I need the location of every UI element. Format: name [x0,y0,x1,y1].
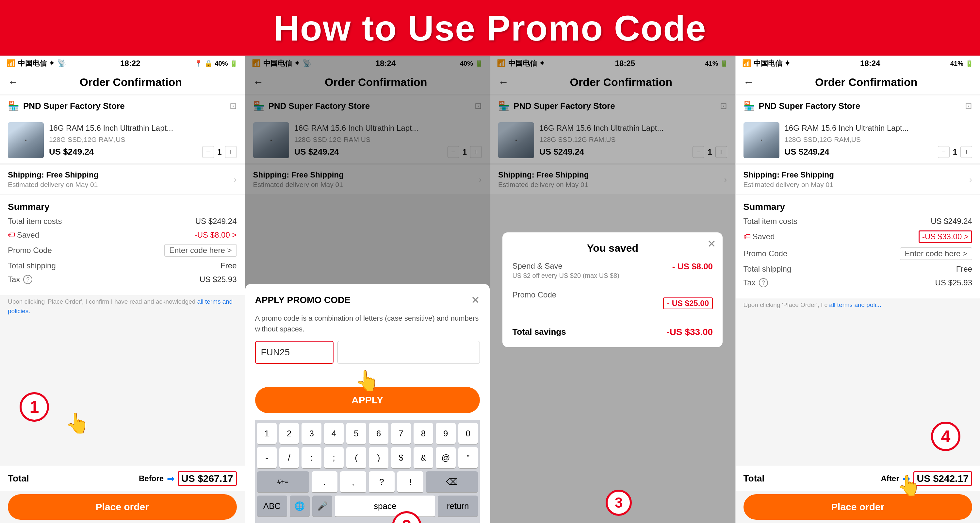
promo-code-saved-label: Promo Code [512,290,556,300]
store-edit-4[interactable]: ⊡ [965,101,972,111]
modal-title: APPLY PROMO CODE [255,295,351,305]
promo-input-empty[interactable] [337,341,480,364]
product-img-inner-4 [743,122,780,158]
place-order-btn-4[interactable]: Place order [743,494,972,520]
kb-colon[interactable]: : [302,447,321,468]
kb-rparen[interactable]: ) [369,447,388,468]
qty-decrease-4[interactable]: − [938,146,950,158]
item-costs-row-4: Total item costs US $249.24 [743,217,972,226]
saved-row-1: 🏷 Saved -US $8.00 > [8,230,237,239]
place-order-btn-1[interactable]: Place order [8,494,237,520]
tag-icon-4: 🏷 [743,233,751,241]
terms-link-4[interactable]: all terms and poli... [829,301,881,308]
kb-3[interactable]: 3 [302,423,321,444]
shipping-row-4[interactable]: Shipping: Free Shipping Estimated delive… [736,165,980,194]
kb-globe[interactable]: 🌐 [290,496,310,517]
total-savings-label: Total savings [512,327,566,337]
tax-info-icon-4[interactable]: ? [759,278,768,287]
kb-semi[interactable]: ; [324,447,344,468]
kb-8[interactable]: 8 [414,423,433,444]
saved-modal-close[interactable]: ✕ [707,238,716,250]
kb-quote[interactable]: " [458,447,478,468]
spend-save-row: Spend & Save US $2 off every US $20 (max… [512,256,713,285]
kb-exclaim[interactable]: ! [397,471,423,492]
saved-label-1: 🏷 Saved [8,230,39,239]
location-icon-1: 📍 [194,59,202,67]
panels-container: 📶 中国电信 ✦ 📡 18:22 📍 🔒 40% 🔋 ← Order Confi… [0,56,980,523]
product-image-1 [8,122,44,158]
qty-control-4: − 1 + [938,146,972,158]
promo-row-4[interactable]: Promo Code Enter code here > [743,247,972,260]
promo-row-1[interactable]: Promo Code Enter code here > [8,244,237,257]
kb-mic[interactable]: 🎤 [312,496,332,517]
kb-question[interactable]: ? [369,471,395,492]
hand-cursor-1: 👆 [65,411,90,435]
kb-space[interactable]: space [335,496,435,517]
step-badge-1: 1 [20,392,49,422]
saved-modal-overlay: You saved ✕ Spend & Save US $2 off every… [490,56,735,523]
kb-dash[interactable]: - [257,447,276,468]
kb-row-bottom: ABC 🌐 🎤 space return [257,496,478,517]
nav-bar-4: ← Order Confirmation [736,70,980,94]
kb-dollar[interactable]: $ [391,447,410,468]
back-button-1[interactable]: ← [8,76,18,88]
kb-slash[interactable]: / [279,447,299,468]
nav-title-1: Order Confirmation [25,76,237,89]
kb-at[interactable]: @ [436,447,455,468]
tax-value-4: US $25.93 [935,278,972,287]
kb-comma[interactable]: , [340,471,366,492]
store-edit-1[interactable]: ⊡ [230,101,237,111]
kb-dot[interactable]: . [312,471,338,492]
tax-info-icon-1[interactable]: ? [23,275,32,284]
kb-1[interactable]: 1 [257,423,276,444]
qty-value-1: 1 [217,147,221,156]
item-costs-value-4: US $249.24 [931,217,972,226]
kb-7[interactable]: 7 [391,423,410,444]
qty-increase-4[interactable]: + [960,146,972,158]
product-price-1: US $249.24 [49,147,94,157]
modal-close-btn[interactable]: ✕ [471,294,480,306]
kb-return[interactable]: return [438,496,478,517]
nav-bar-1: ← Order Confirmation [0,70,245,94]
kb-0[interactable]: 0 [458,423,478,444]
kb-2[interactable]: 2 [279,423,299,444]
qty-decrease-1[interactable]: − [202,146,214,158]
product-bottom-1: US $249.24 − 1 + [49,146,237,158]
back-button-4[interactable]: ← [743,76,754,88]
shipping-sub-4: Estimated delivery on May 01 [743,181,834,188]
kb-4[interactable]: 4 [324,423,344,444]
promo-code-link-1[interactable]: Enter code here > [164,244,237,257]
shipping-total-value-4: Free [956,265,972,274]
kb-amp[interactable]: & [414,447,433,468]
tax-label-4: Tax ? [743,278,768,287]
kb-9[interactable]: 9 [436,423,455,444]
product-spec-4: 128G SSD,12G RAM,US [785,136,972,144]
saved-modal-title: You saved [512,242,713,254]
store-icon-1: 🏪 [8,100,19,112]
saved-row-4: 🏷 Saved -US $33.00 > [743,230,972,243]
qty-increase-1[interactable]: + [225,146,237,158]
store-name-1: PND Super Factory Store [23,101,226,111]
shipping-row-1[interactable]: Shipping: Free Shipping Estimated delive… [0,165,245,194]
saved-value-4: -US $33.00 > [919,230,972,243]
wifi-icon-1: 📡 [57,59,66,68]
laptop-screen-1 [25,140,27,141]
kb-6[interactable]: 6 [369,423,388,444]
summary-section-4: Summary Total item costs US $249.24 🏷 Sa… [736,195,980,298]
panel-4: 📶 中国电信 ✦ 18:24 41% 🔋 ← Order Confirmatio… [736,56,980,523]
promo-code-input[interactable] [255,341,334,364]
shipping-total-row-1: Total shipping Free [8,261,237,270]
kb-delete[interactable]: ⌫ [426,471,478,492]
shipping-total-label-1: Total shipping [8,261,56,270]
promo-code-link-4[interactable]: Enter code here > [900,247,972,260]
kb-hash[interactable]: #+= [257,471,309,492]
spend-save-info: Spend & Save US $2 off every US $20 (max… [512,262,619,279]
kb-lparen[interactable]: ( [346,447,366,468]
kb-5[interactable]: 5 [346,423,366,444]
tax-label-1: Tax ? [8,275,32,284]
total-row-4: Total After ➡ US $242.17 [736,466,980,491]
shipping-total-value-1: Free [221,261,237,270]
shipping-total-row-4: Total shipping Free [743,265,972,274]
terms-text-1: Upon clicking 'Place Order', I confirm I… [0,297,245,316]
kb-abc[interactable]: ABC [257,496,287,517]
